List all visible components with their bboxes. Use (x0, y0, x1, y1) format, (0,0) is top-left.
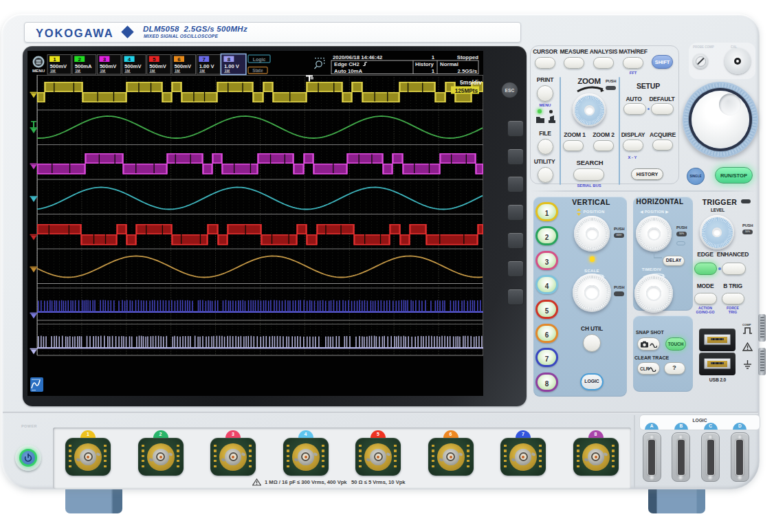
svg-text:1M: 1M (50, 69, 56, 73)
svg-text:1: 1 (432, 68, 435, 74)
svg-text:History: History (415, 61, 434, 67)
svg-text:1M: 1M (175, 69, 180, 73)
svg-text:3: 3 (103, 56, 107, 63)
svg-text:Normal: Normal (440, 61, 458, 67)
svg-text:4: 4 (128, 56, 131, 63)
svg-text:Stopped: Stopped (457, 54, 478, 60)
svg-text:MENU: MENU (32, 68, 45, 73)
svg-text:2: 2 (78, 56, 81, 63)
svg-text:125MPts: 125MPts (455, 88, 478, 94)
svg-text:5ms/div: 5ms/div (460, 79, 482, 86)
svg-text:CLR: CLR (640, 366, 650, 371)
svg-text:2020/06/18 14:46:42: 2020/06/18 14:46:42 (333, 54, 383, 60)
svg-text:Auto 10mA: Auto 10mA (334, 68, 363, 74)
svg-text:1M: 1M (75, 69, 80, 73)
svg-text:1: 1 (53, 56, 56, 63)
svg-text:Edge CH2: Edge CH2 (334, 61, 360, 67)
svg-text:7: 7 (202, 56, 206, 63)
svg-text:6: 6 (177, 56, 181, 63)
svg-text:8: 8 (228, 56, 231, 63)
svg-text:1M: 1M (224, 69, 230, 73)
svg-text:State: State (252, 68, 263, 73)
svg-text:1M: 1M (125, 69, 131, 73)
svg-text:1M: 1M (150, 69, 155, 73)
svg-text:1: 1 (432, 54, 435, 60)
svg-text:1M: 1M (199, 69, 205, 73)
svg-text:5: 5 (153, 56, 156, 63)
svg-text:Logic: Logic (253, 57, 266, 63)
svg-text:2.5GS/s: 2.5GS/s (457, 68, 477, 74)
svg-text:1M: 1M (100, 69, 105, 73)
